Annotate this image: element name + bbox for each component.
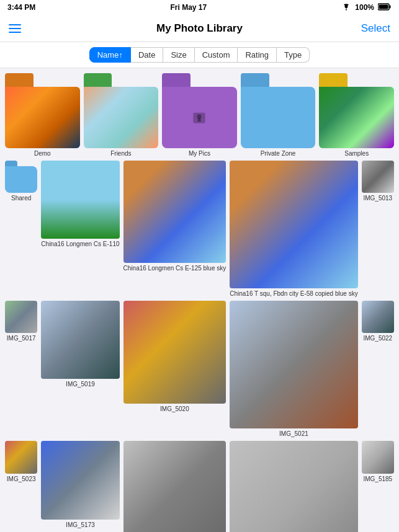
photo-thumb xyxy=(41,441,119,519)
photo-thumb xyxy=(41,301,119,379)
photo-item[interactable]: IMG_5013 xyxy=(362,161,394,297)
photo-label: IMG_5185 xyxy=(362,476,394,482)
folder-label: Private Zone xyxy=(241,150,316,157)
sort-bar: Name↑DateSizeCustomRatingType xyxy=(0,42,399,68)
photo-item[interactable]: IMG_5022 xyxy=(362,301,394,437)
photo-item[interactable]: IMG_5023 xyxy=(5,441,37,532)
photo-label: China16 T squ, Fbdn city E-58 copied blu… xyxy=(230,290,357,297)
folder-item[interactable]: Demo xyxy=(5,73,80,157)
photo-thumb xyxy=(230,301,357,428)
folder-thumb xyxy=(162,73,237,148)
status-right: 100% xyxy=(341,3,392,12)
photo-item[interactable]: IMG_5019 xyxy=(41,301,119,437)
folder-label: Friends xyxy=(84,150,159,157)
photo-label: China16 Longmen Cs E-110 xyxy=(41,241,119,247)
folder-item[interactable]: Samples xyxy=(319,73,394,157)
page-title: My Photo Library xyxy=(46,22,353,35)
folder-thumb xyxy=(241,73,316,148)
photo-label: IMG_5021 xyxy=(230,430,357,437)
sort-button-type[interactable]: Type xyxy=(277,47,310,63)
photo-thumb xyxy=(41,161,119,239)
folder-thumb xyxy=(5,73,80,148)
select-button-container[interactable]: Select xyxy=(353,22,390,35)
photo-thumb xyxy=(362,441,394,473)
folder-label: My Pics xyxy=(162,150,237,157)
folders-row: DemoFriendsMy PicsPrivate ZoneSamples xyxy=(5,73,394,157)
photo-label: IMG_5023 xyxy=(5,476,37,482)
folder-item[interactable]: My Pics xyxy=(162,73,237,157)
photo-item[interactable]: IMG_5183 xyxy=(123,441,226,532)
photo-thumb xyxy=(123,441,226,532)
photo-thumb xyxy=(230,161,357,288)
photo-thumb xyxy=(362,161,394,193)
photo-thumb xyxy=(5,301,37,333)
photo-thumb xyxy=(230,441,357,532)
photo-item[interactable]: IMG_5017 xyxy=(5,301,37,437)
status-day: Fri May 17 xyxy=(170,3,207,12)
battery-text: 100% xyxy=(355,3,374,12)
photo-item[interactable]: IMG_5020 xyxy=(123,301,226,437)
grid-container: DemoFriendsMy PicsPrivate ZoneSamples Sh… xyxy=(0,68,399,532)
folder-item[interactable]: Shared xyxy=(5,161,37,297)
select-button[interactable]: Select xyxy=(361,22,390,34)
folder-item[interactable]: Friends xyxy=(84,73,159,157)
folder-thumb xyxy=(319,73,394,148)
photo-label: IMG_5019 xyxy=(41,381,119,388)
status-time: 3:44 PM xyxy=(7,3,35,12)
photo-thumb xyxy=(5,441,37,473)
photo-item[interactable]: China16 Longmen Cs E-110 xyxy=(41,161,119,297)
photo-item[interactable]: IMG_5184 xyxy=(230,441,357,532)
folder-label: Samples xyxy=(319,150,394,157)
battery-icon xyxy=(378,3,392,12)
photo-item[interactable]: China16 T squ, Fbdn city E-58 copied blu… xyxy=(230,161,357,297)
sort-button-size[interactable]: Size xyxy=(163,47,194,63)
photo-label: IMG_5013 xyxy=(362,195,394,202)
status-bar: 3:44 PM Fri May 17 100% xyxy=(0,0,399,15)
photo-label: IMG_5017 xyxy=(5,335,37,342)
photo-thumb xyxy=(123,301,226,404)
nav-bar: My Photo Library Select xyxy=(0,15,399,42)
sort-button-custom[interactable]: Custom xyxy=(195,47,238,63)
items-grid: SharedChina16 Longmen Cs E-110China16 Lo… xyxy=(5,161,394,532)
sort-button-rating[interactable]: Rating xyxy=(238,47,277,63)
folder-item[interactable]: Private Zone xyxy=(241,73,316,157)
hamburger-menu[interactable] xyxy=(9,24,46,33)
wifi-icon xyxy=(341,3,351,12)
photo-item[interactable]: China16 Longmen Cs E-125 blue sky xyxy=(123,161,226,297)
photo-label: IMG_5020 xyxy=(123,406,226,412)
svg-rect-5 xyxy=(198,118,201,122)
photo-thumb xyxy=(123,161,226,264)
folder-label: Shared xyxy=(5,195,37,202)
folder-thumb xyxy=(84,73,159,148)
sort-button-name[interactable]: Name↑ xyxy=(89,47,131,63)
photo-label: China16 Longmen Cs E-125 blue sky xyxy=(123,265,226,272)
photo-item[interactable]: IMG_5185 xyxy=(362,441,394,532)
svg-rect-1 xyxy=(389,5,390,8)
sort-button-date[interactable]: Date xyxy=(131,47,163,63)
svg-rect-2 xyxy=(379,4,388,9)
photo-thumb xyxy=(362,301,394,333)
photo-label: IMG_5173 xyxy=(41,521,119,528)
folder-label: Demo xyxy=(5,150,80,157)
photo-item[interactable]: IMG_5021 xyxy=(230,301,357,437)
photo-label: IMG_5022 xyxy=(362,335,394,342)
photo-item[interactable]: IMG_5173 xyxy=(41,441,119,532)
